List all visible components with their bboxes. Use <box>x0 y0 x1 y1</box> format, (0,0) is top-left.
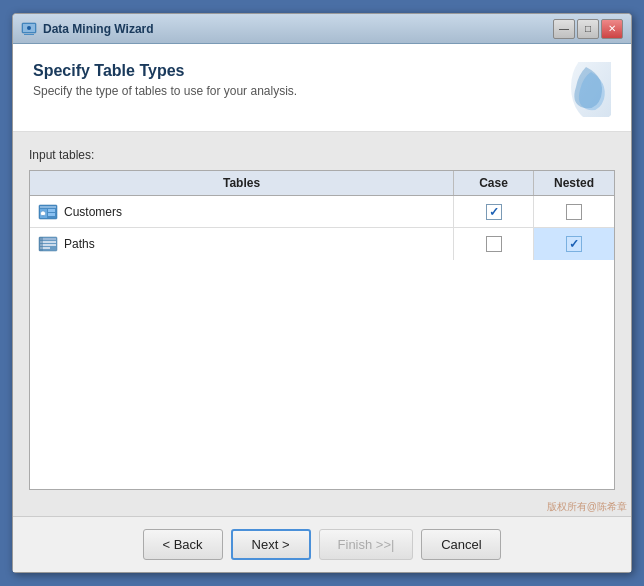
customers-label: Customers <box>64 205 122 219</box>
table-header: Tables Case Nested <box>30 171 614 196</box>
title-bar: Data Mining Wizard — □ ✕ <box>13 14 631 44</box>
content-area: Specify Table Types Specify the type of … <box>13 44 631 516</box>
paths-case-cell[interactable] <box>454 228 534 260</box>
tables-container: Tables Case Nested <box>29 170 615 490</box>
col-tables: Tables <box>30 171 454 195</box>
next-button[interactable]: Next > <box>231 529 311 560</box>
close-button[interactable]: ✕ <box>601 19 623 39</box>
back-button[interactable]: < Back <box>143 529 223 560</box>
customers-case-cell[interactable] <box>454 196 534 227</box>
customers-icon <box>38 202 58 222</box>
customers-case-checkbox[interactable] <box>486 204 502 220</box>
svg-point-2 <box>27 26 31 30</box>
col-case: Case <box>454 171 534 195</box>
svg-rect-3 <box>24 34 34 35</box>
paths-label: Paths <box>64 237 95 251</box>
footer: < Back Next > Finish >>| Cancel <box>13 516 631 572</box>
finish-button: Finish >>| <box>319 529 414 560</box>
customers-nested-cell[interactable] <box>534 196 614 227</box>
wizard-window: Data Mining Wizard — □ ✕ Specify Table T… <box>12 13 632 573</box>
input-tables-label: Input tables: <box>29 148 615 162</box>
minimize-button[interactable]: — <box>553 19 575 39</box>
maximize-button[interactable]: □ <box>577 19 599 39</box>
header-text: Specify Table Types Specify the type of … <box>33 62 551 98</box>
svg-rect-8 <box>48 209 55 212</box>
col-nested: Nested <box>534 171 614 195</box>
customers-nested-checkbox[interactable] <box>566 204 582 220</box>
main-area: Input tables: Tables Case Nested <box>13 132 631 516</box>
window-title: Data Mining Wizard <box>43 22 553 36</box>
svg-rect-9 <box>48 213 55 216</box>
row-paths-name: Paths <box>30 228 454 260</box>
header-graphic <box>551 62 611 117</box>
table-row: Customers <box>30 196 614 228</box>
paths-icon <box>38 234 58 254</box>
page-title: Specify Table Types <box>33 62 551 80</box>
table-row: Paths <box>30 228 614 260</box>
row-customers-name: Customers <box>30 196 454 227</box>
svg-rect-6 <box>40 206 56 208</box>
page-subtitle: Specify the type of tables to use for yo… <box>33 84 551 98</box>
svg-rect-16 <box>39 237 43 251</box>
paths-nested-cell[interactable] <box>534 228 614 260</box>
paths-nested-checkbox[interactable] <box>566 236 582 252</box>
paths-case-checkbox[interactable] <box>486 236 502 252</box>
page-header: Specify Table Types Specify the type of … <box>13 44 631 132</box>
cancel-button[interactable]: Cancel <box>421 529 501 560</box>
window-controls: — □ ✕ <box>553 19 623 39</box>
window-icon <box>21 21 37 37</box>
